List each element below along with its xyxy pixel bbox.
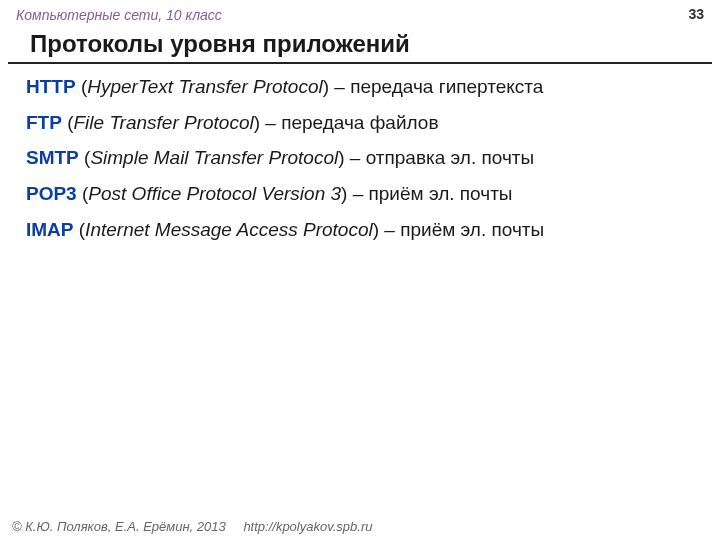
slide-header: Компьютерные сети, 10 класс 33 [0,0,720,28]
protocol-item: FTP (File Transfer Protocol) – передача … [26,110,694,136]
subject-label: Компьютерные сети, 10 класс [16,7,222,23]
protocol-item: POP3 (Post Office Protocol Version 3) – … [26,181,694,207]
protocol-desc: отправка эл. почты [366,147,535,168]
protocol-item: SMTP (Simple Mail Transfer Protocol) – о… [26,145,694,171]
protocol-expansion: HyperText Transfer Protocol [87,76,322,97]
protocol-item: HTTP (HyperText Transfer Protocol) – пер… [26,74,694,100]
protocol-desc: приём эл. почты [369,183,513,204]
protocol-expansion: Post Office Protocol Version 3 [88,183,341,204]
protocol-item: IMAP (Internet Message Access Protocol) … [26,217,694,243]
protocol-abbr: HTTP [26,76,76,97]
footer-url: http://kpolyakov.spb.ru [243,519,372,534]
copyright: © К.Ю. Поляков, Е.А. Ерёмин, 2013 [12,519,226,534]
protocol-abbr: FTP [26,112,62,133]
protocol-list: HTTP (HyperText Transfer Protocol) – пер… [0,74,720,242]
protocol-desc: передача гипертекста [350,76,543,97]
protocol-abbr: IMAP [26,219,74,240]
protocol-expansion: File Transfer Protocol [74,112,254,133]
slide-title: Протоколы уровня приложений [8,28,712,64]
protocol-abbr: POP3 [26,183,77,204]
protocol-expansion: Internet Message Access Protocol [85,219,373,240]
protocol-desc: передача файлов [281,112,438,133]
protocol-abbr: SMTP [26,147,79,168]
protocol-desc: приём эл. почты [400,219,544,240]
slide-number: 33 [688,6,704,22]
protocol-expansion: Simple Mail Transfer Protocol [90,147,338,168]
slide-footer: © К.Ю. Поляков, Е.А. Ерёмин, 2013 http:/… [12,519,372,534]
